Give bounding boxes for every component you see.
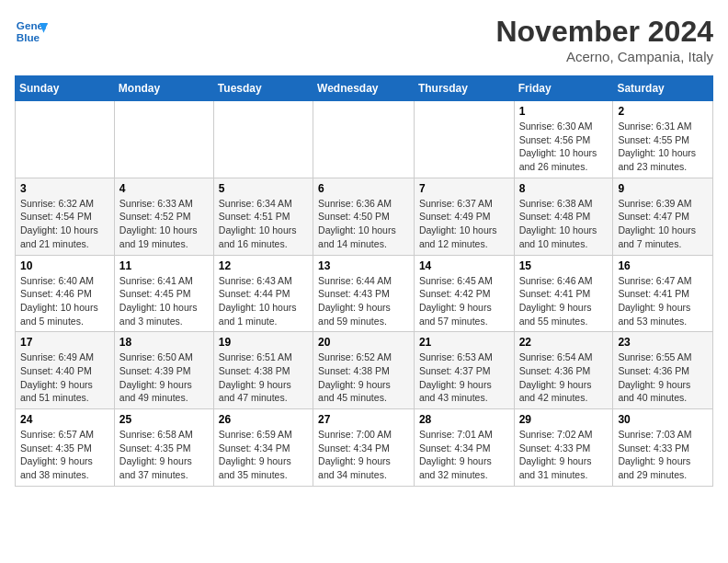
day-info: Sunrise: 6:33 AM Sunset: 4:52 PM Dayligh… — [119, 197, 209, 251]
day-number: 30 — [618, 413, 708, 426]
calendar-cell: 23Sunrise: 6:55 AM Sunset: 4:36 PM Dayli… — [613, 332, 713, 409]
day-info: Sunrise: 6:54 AM Sunset: 4:36 PM Dayligh… — [519, 350, 609, 405]
day-number: 6 — [318, 182, 409, 195]
week-row-2: 3Sunrise: 6:32 AM Sunset: 4:54 PM Daylig… — [16, 178, 713, 255]
week-row-3: 10Sunrise: 6:40 AM Sunset: 4:46 PM Dayli… — [16, 255, 713, 332]
calendar-cell — [16, 101, 115, 178]
day-number: 7 — [419, 182, 509, 195]
day-header-monday: Monday — [114, 76, 213, 101]
day-number: 3 — [20, 182, 109, 195]
calendar-cell: 5Sunrise: 6:34 AM Sunset: 4:51 PM Daylig… — [213, 178, 313, 255]
calendar-cell: 25Sunrise: 6:58 AM Sunset: 4:35 PM Dayli… — [114, 409, 213, 487]
day-info: Sunrise: 6:37 AM Sunset: 4:49 PM Dayligh… — [419, 197, 509, 251]
day-number: 10 — [20, 259, 109, 272]
calendar-cell: 17Sunrise: 6:49 AM Sunset: 4:40 PM Dayli… — [16, 332, 115, 409]
day-number: 22 — [519, 336, 609, 349]
day-info: Sunrise: 6:46 AM Sunset: 4:41 PM Dayligh… — [519, 274, 609, 328]
day-info: Sunrise: 6:38 AM Sunset: 4:48 PM Dayligh… — [519, 197, 609, 251]
day-info: Sunrise: 6:30 AM Sunset: 4:56 PM Dayligh… — [519, 120, 609, 174]
calendar-cell: 18Sunrise: 6:50 AM Sunset: 4:39 PM Dayli… — [114, 332, 213, 409]
title-block: November 2024 Acerno, Campania, Italy — [495, 15, 713, 64]
location-title: Acerno, Campania, Italy — [495, 49, 713, 64]
day-number: 26 — [219, 413, 308, 426]
day-info: Sunrise: 6:31 AM Sunset: 4:55 PM Dayligh… — [618, 120, 708, 174]
day-info: Sunrise: 6:43 AM Sunset: 4:44 PM Dayligh… — [219, 274, 308, 328]
day-number: 27 — [318, 413, 409, 426]
calendar-cell: 13Sunrise: 6:44 AM Sunset: 4:43 PM Dayli… — [313, 255, 415, 332]
calendar-cell: 16Sunrise: 6:47 AM Sunset: 4:41 PM Dayli… — [613, 255, 713, 332]
calendar-cell: 28Sunrise: 7:01 AM Sunset: 4:34 PM Dayli… — [414, 409, 514, 487]
day-info: Sunrise: 7:00 AM Sunset: 4:34 PM Dayligh… — [318, 428, 409, 482]
day-info: Sunrise: 6:49 AM Sunset: 4:40 PM Dayligh… — [20, 350, 109, 405]
calendar-cell: 29Sunrise: 7:02 AM Sunset: 4:33 PM Dayli… — [514, 409, 613, 487]
calendar-cell — [313, 101, 415, 178]
calendar-cell: 3Sunrise: 6:32 AM Sunset: 4:54 PM Daylig… — [16, 178, 115, 255]
day-header-saturday: Saturday — [613, 76, 713, 101]
day-number: 14 — [419, 259, 509, 272]
calendar-cell: 1Sunrise: 6:30 AM Sunset: 4:56 PM Daylig… — [514, 101, 613, 178]
day-header-wednesday: Wednesday — [313, 76, 415, 101]
day-info: Sunrise: 6:36 AM Sunset: 4:50 PM Dayligh… — [318, 197, 409, 251]
day-info: Sunrise: 6:57 AM Sunset: 4:35 PM Dayligh… — [20, 428, 109, 482]
day-info: Sunrise: 6:39 AM Sunset: 4:47 PM Dayligh… — [618, 197, 708, 251]
calendar-cell: 8Sunrise: 6:38 AM Sunset: 4:48 PM Daylig… — [514, 178, 613, 255]
week-row-4: 17Sunrise: 6:49 AM Sunset: 4:40 PM Dayli… — [16, 332, 713, 409]
day-info: Sunrise: 6:51 AM Sunset: 4:38 PM Dayligh… — [219, 350, 308, 405]
day-number: 17 — [20, 336, 109, 349]
day-info: Sunrise: 7:01 AM Sunset: 4:34 PM Dayligh… — [419, 428, 509, 482]
day-number: 20 — [318, 336, 409, 349]
logo-icon: General Blue — [15, 15, 48, 48]
calendar-cell: 30Sunrise: 7:03 AM Sunset: 4:33 PM Dayli… — [613, 409, 713, 487]
day-info: Sunrise: 6:40 AM Sunset: 4:46 PM Dayligh… — [20, 274, 109, 328]
day-info: Sunrise: 6:34 AM Sunset: 4:51 PM Dayligh… — [219, 197, 308, 251]
day-number: 29 — [519, 413, 609, 426]
calendar-header-row: SundayMondayTuesdayWednesdayThursdayFrid… — [16, 76, 713, 101]
calendar-cell — [213, 101, 313, 178]
calendar-cell: 4Sunrise: 6:33 AM Sunset: 4:52 PM Daylig… — [114, 178, 213, 255]
day-header-tuesday: Tuesday — [213, 76, 313, 101]
calendar-cell — [414, 101, 514, 178]
day-number: 28 — [419, 413, 509, 426]
day-number: 25 — [119, 413, 209, 426]
day-number: 15 — [519, 259, 609, 272]
day-info: Sunrise: 6:52 AM Sunset: 4:38 PM Dayligh… — [318, 350, 409, 405]
day-header-sunday: Sunday — [16, 76, 115, 101]
day-number: 23 — [618, 336, 708, 349]
day-info: Sunrise: 7:03 AM Sunset: 4:33 PM Dayligh… — [618, 428, 708, 482]
calendar-cell: 15Sunrise: 6:46 AM Sunset: 4:41 PM Dayli… — [514, 255, 613, 332]
calendar-cell: 21Sunrise: 6:53 AM Sunset: 4:37 PM Dayli… — [414, 332, 514, 409]
calendar-cell: 26Sunrise: 6:59 AM Sunset: 4:34 PM Dayli… — [213, 409, 313, 487]
calendar-cell: 9Sunrise: 6:39 AM Sunset: 4:47 PM Daylig… — [613, 178, 713, 255]
day-info: Sunrise: 6:47 AM Sunset: 4:41 PM Dayligh… — [618, 274, 708, 328]
calendar-cell: 20Sunrise: 6:52 AM Sunset: 4:38 PM Dayli… — [313, 332, 415, 409]
day-number: 2 — [618, 105, 708, 118]
day-number: 18 — [119, 336, 209, 349]
day-header-thursday: Thursday — [414, 76, 514, 101]
logo: General Blue — [15, 15, 48, 48]
day-info: Sunrise: 6:44 AM Sunset: 4:43 PM Dayligh… — [318, 274, 409, 328]
day-number: 9 — [618, 182, 708, 195]
calendar-cell: 12Sunrise: 6:43 AM Sunset: 4:44 PM Dayli… — [213, 255, 313, 332]
day-number: 1 — [519, 105, 609, 118]
day-info: Sunrise: 6:45 AM Sunset: 4:42 PM Dayligh… — [419, 274, 509, 328]
week-row-1: 1Sunrise: 6:30 AM Sunset: 4:56 PM Daylig… — [16, 101, 713, 178]
calendar-cell: 10Sunrise: 6:40 AM Sunset: 4:46 PM Dayli… — [16, 255, 115, 332]
day-info: Sunrise: 7:02 AM Sunset: 4:33 PM Dayligh… — [519, 428, 609, 482]
calendar-cell — [114, 101, 213, 178]
day-number: 5 — [219, 182, 308, 195]
page-header: General Blue November 2024 Acerno, Campa… — [15, 15, 713, 64]
calendar-cell: 24Sunrise: 6:57 AM Sunset: 4:35 PM Dayli… — [16, 409, 115, 487]
day-number: 16 — [618, 259, 708, 272]
day-number: 4 — [119, 182, 209, 195]
day-info: Sunrise: 6:50 AM Sunset: 4:39 PM Dayligh… — [119, 350, 209, 405]
day-info: Sunrise: 6:53 AM Sunset: 4:37 PM Dayligh… — [419, 350, 509, 405]
day-number: 13 — [318, 259, 409, 272]
svg-text:Blue: Blue — [17, 31, 40, 43]
month-title: November 2024 — [495, 15, 713, 49]
day-number: 11 — [119, 259, 209, 272]
day-header-friday: Friday — [514, 76, 613, 101]
calendar-cell: 19Sunrise: 6:51 AM Sunset: 4:38 PM Dayli… — [213, 332, 313, 409]
calendar-cell: 14Sunrise: 6:45 AM Sunset: 4:42 PM Dayli… — [414, 255, 514, 332]
day-info: Sunrise: 6:32 AM Sunset: 4:54 PM Dayligh… — [20, 197, 109, 251]
day-number: 8 — [519, 182, 609, 195]
